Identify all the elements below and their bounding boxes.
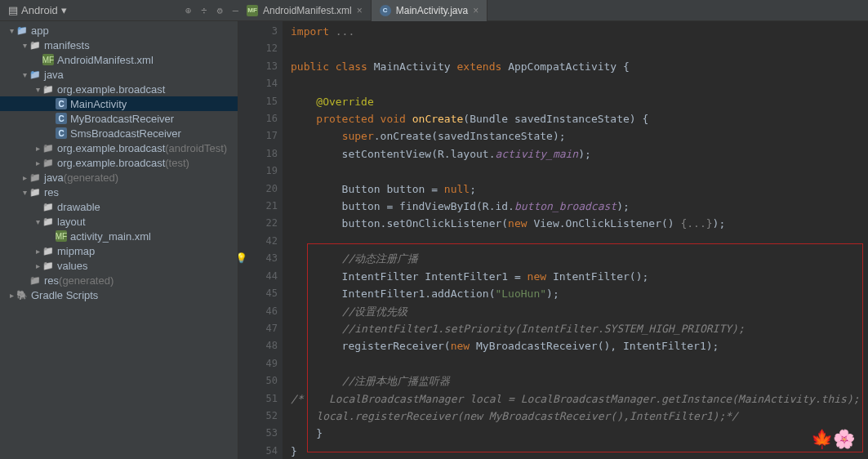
tree-suffix: (androidTest) (165, 142, 227, 154)
expand-arrow[interactable]: ▸ (33, 144, 42, 153)
xml-icon: MF (247, 5, 258, 16)
tree-item-drawable[interactable]: drawable (0, 199, 238, 214)
tree-item-layout[interactable]: ▾layout (0, 214, 238, 229)
divide-icon[interactable]: ÷ (201, 5, 207, 16)
code-line[interactable]: setContentView(R.layout.activity_main); (291, 145, 868, 163)
code-line[interactable]: button = findViewById(R.id.button_broadc… (291, 198, 868, 215)
expand-arrow[interactable]: ▾ (20, 70, 29, 79)
code-line[interactable]: @Override (291, 93, 868, 110)
code-line[interactable]: //动态注册广播 (291, 250, 868, 267)
tree-item-org-example-broadcast[interactable]: ▸org.example.broadcast (test) (0, 155, 238, 170)
code-line[interactable]: local.registerReceiver(new MyBroadcastRe… (291, 408, 868, 425)
tree-item-java[interactable]: ▸java (generated) (0, 170, 238, 185)
line-number: 44 (238, 268, 278, 285)
folder-icon (16, 25, 28, 36)
tab-mainactivity[interactable]: C MainActivity.java × (372, 0, 488, 21)
tree-label: Gradle Scripts (31, 289, 98, 301)
code-line[interactable]: //intentFilter1.setPriority(IntentFilter… (291, 320, 868, 337)
tree-item-java[interactable]: ▾java (0, 67, 238, 82)
folder-icon (42, 83, 54, 95)
tree-item-app[interactable]: ▾app (0, 23, 238, 38)
code-line[interactable] (291, 40, 868, 57)
line-number: 49 (238, 355, 278, 372)
close-icon[interactable]: × (473, 5, 479, 16)
code-line[interactable]: super.onCreate(savedInstanceState); (291, 127, 868, 145)
gear-icon[interactable]: ⚙ (217, 5, 223, 16)
lightbulb-icon[interactable]: 💡 (238, 250, 247, 267)
tree-item-res[interactable]: res (generated) (0, 273, 238, 287)
code-line[interactable]: registerReceiver(new MyBroadcastReceiver… (291, 337, 868, 354)
expand-arrow[interactable]: ▾ (33, 217, 42, 226)
class-icon: C (56, 127, 67, 139)
tree-label: MyBroadcastReceiver (70, 113, 174, 125)
code-line[interactable]: IntentFilter1.addAction("LuoHun"); (291, 285, 868, 302)
code-line[interactable]: Button button = null; (291, 180, 868, 198)
tab-androidmanifest[interactable]: MF AndroidManifest.xml × (238, 0, 372, 21)
line-number: 18 (238, 145, 278, 163)
close-icon[interactable]: × (357, 5, 363, 16)
expand-arrow[interactable]: ▸ (7, 291, 16, 300)
code-line[interactable] (291, 75, 868, 92)
expand-arrow[interactable]: ▸ (20, 173, 29, 182)
expand-arrow[interactable]: ▸ (33, 261, 42, 270)
minimize-icon[interactable]: — (233, 5, 238, 16)
tree-item-mybroadcastreceiver[interactable]: CMyBroadcastReceiver (0, 111, 238, 126)
target-icon[interactable]: ⊕ (185, 5, 191, 16)
tree-item-org-example-broadcast[interactable]: ▸org.example.broadcast (androidTest) (0, 140, 238, 155)
code-line[interactable] (291, 355, 868, 372)
code-line[interactable]: /* LocalBroadcastManager local = LocalBr… (291, 390, 868, 408)
code-line[interactable]: protected void onCreate(Bundle savedInst… (291, 110, 868, 127)
tree-suffix: (test) (165, 157, 189, 169)
tree-item-values[interactable]: ▸values (0, 258, 238, 273)
tab-label: MainActivity.java (396, 5, 468, 16)
expand-arrow[interactable]: ▾ (33, 85, 42, 94)
line-number: 47 (238, 320, 278, 337)
tree-item-manifests[interactable]: ▾manifests (0, 38, 238, 52)
tree-item-smsbroadcastreceiver[interactable]: CSmsBroadcastReceiver (0, 126, 238, 140)
tree-label: org.example.broadcast (57, 83, 165, 96)
code-line[interactable]: //注册本地广播监听器 (291, 372, 868, 390)
class-icon: C (56, 113, 67, 124)
expand-arrow[interactable]: ▾ (20, 41, 29, 50)
project-tree[interactable]: ▾app▾manifestsMFAndroidManifest.xml▾java… (0, 21, 238, 459)
expand-arrow[interactable]: ▾ (20, 188, 29, 197)
tree-item-res[interactable]: ▾res (0, 185, 238, 199)
code-line[interactable]: public class MainActivity extends AppCom… (291, 58, 868, 75)
main-area: ▾app▾manifestsMFAndroidManifest.xml▾java… (0, 21, 868, 459)
tree-item-gradle-scripts[interactable]: ▸Gradle Scripts (0, 287, 238, 302)
tree-label: AndroidManifest.xml (57, 54, 154, 66)
folder-icon (29, 69, 41, 80)
line-number: 48 (238, 337, 278, 354)
tree-item-mipmap[interactable]: ▸mipmap (0, 243, 238, 258)
gradle-icon (16, 289, 28, 301)
line-number: 51 (238, 390, 278, 408)
code-line[interactable]: import ... (291, 23, 868, 40)
code-line[interactable]: } (291, 425, 868, 442)
tree-label: SmsBroadcastReceiver (70, 127, 181, 140)
tree-item-androidmanifest-xml[interactable]: MFAndroidManifest.xml (0, 52, 238, 67)
line-number: 53 (238, 425, 278, 442)
code-line[interactable]: //设置优先级 (291, 303, 868, 320)
tree-item-mainactivity[interactable]: CMainActivity (0, 96, 238, 111)
tree-item-activity-main-xml[interactable]: MFactivity_main.xml (0, 229, 238, 243)
code-line[interactable] (291, 233, 868, 250)
code-line[interactable]: IntentFilter IntentFilter1 = new IntentF… (291, 268, 868, 285)
code-area[interactable]: import ... public class MainActivity ext… (283, 21, 868, 459)
tab-label: AndroidManifest.xml (263, 5, 352, 16)
tree-label: res (44, 274, 59, 287)
toolbar: ▤ Android ▾ ⊕ ÷ ⚙ — MF AndroidManifest.x… (0, 0, 868, 21)
expand-arrow[interactable]: ▾ (7, 26, 16, 35)
code-line[interactable]: } (291, 443, 868, 459)
line-number: 50 (238, 372, 278, 390)
line-number: 22 (238, 215, 278, 232)
tree-item-org-example-broadcast[interactable]: ▾org.example.broadcast (0, 82, 238, 96)
code-line[interactable] (291, 163, 868, 180)
code-editor[interactable]: 31213⛔141516o↑1718192021224243💡444546474… (238, 21, 868, 459)
decoration-flower-icon: 🍁🌸 (811, 429, 855, 449)
expand-arrow[interactable]: ▸ (33, 158, 42, 167)
folder-icon (42, 216, 54, 227)
project-view-dropdown[interactable]: ▤ Android ▾ (8, 4, 67, 16)
line-number: 45 (238, 285, 278, 302)
expand-arrow[interactable]: ▸ (33, 247, 42, 256)
code-line[interactable]: button.setOnClickListener(new View.OnCli… (291, 215, 868, 232)
